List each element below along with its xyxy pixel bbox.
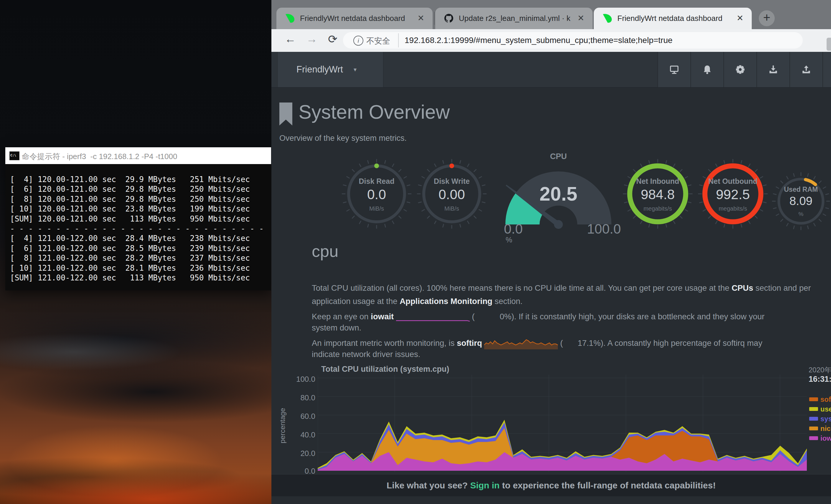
cpu-gauge-value: 20.5 (495, 183, 622, 205)
terminal-line: [SUM] 120.00-121.00 sec 113 MBytes 950 M… (10, 214, 264, 224)
softirq-sparkline (484, 336, 558, 349)
new-tab-button[interactable]: + (759, 10, 775, 26)
print-dashboard-button[interactable] (657, 52, 690, 87)
back-button[interactable]: ← (285, 33, 296, 46)
legend-item-iowait[interactable]: iowait (809, 434, 831, 442)
iowait-label: iowait (371, 312, 394, 321)
tab-separator (434, 12, 435, 25)
y-tick: 20.0 (292, 449, 315, 458)
netdata-page: FriendlyWrt ▾ (271, 52, 831, 504)
settings-button[interactable] (723, 52, 756, 87)
gauge-title: Disk Read (340, 177, 413, 185)
softirq-percent: 17.1% (578, 338, 601, 348)
legend-item-softirq[interactable]: softirq (809, 395, 831, 404)
gauge-units: MiB/s (340, 205, 413, 212)
gauge-disk-write[interactable]: Disk Write 0.00 MiB/s (415, 157, 489, 231)
gear-icon (735, 64, 746, 75)
tab-netdata-2-active[interactable]: FriendlyWrt netdata dashboard ✕ (594, 8, 752, 29)
terminal-window: C:\ 命令提示符 - iperf3 -c 192.168.1.2 -P4 -t… (5, 147, 271, 291)
terminal-line: [ 8] 121.00-122.00 sec 28.2 MBytes 237 M… (10, 253, 264, 263)
tab-close-icon[interactable]: ✕ (418, 13, 424, 23)
cpu-utilization-chart[interactable] (318, 375, 807, 472)
host-dropdown[interactable]: FriendlyWrt ▾ (277, 52, 383, 87)
gauge-cpu[interactable]: CPU 20.5 0.0 % 100.0 (495, 151, 622, 245)
terminal-line: [ 4] 121.00-122.00 sec 28.4 MBytes 238 M… (10, 234, 264, 243)
cpus-link[interactable]: CPUs (732, 284, 753, 293)
gauge-net-inbound[interactable]: Net Inbound 984.8 megabits/s (621, 157, 694, 231)
cpu-gauge-title: CPU (495, 152, 622, 161)
terminal-line: [ 6] 120.00-121.00 sec 29.8 MBytes 250 M… (10, 184, 264, 194)
cpu-gauge-min: 0.0 (504, 221, 523, 237)
gauge-units: MiB/s (415, 205, 489, 212)
cpu-gauge-max: 100.0 (587, 221, 621, 237)
download-icon (768, 64, 778, 75)
chart-date-label: 2020年3 (809, 365, 831, 375)
cpu-gauge-units: % (506, 236, 512, 244)
cpu-paragraph-line: Keep an eye on iowait (0%). If it is con… (312, 310, 831, 323)
cpu-paragraph-line: system down. (312, 323, 831, 332)
browser-window: FriendlyWrt netdata dashboard ✕ Update r… (271, 0, 831, 504)
cmd-icon: C:\ (9, 151, 20, 160)
legend-swatch (809, 436, 818, 440)
y-tick: 60.0 (292, 412, 315, 421)
tab-title: FriendlyWrt netdata dashboard (618, 14, 729, 23)
terminal-line: [ 4] 120.00-121.00 sec 29.9 MBytes 251 M… (10, 175, 264, 184)
gauge-disk-read[interactable]: Disk Read 0.0 MiB/s (340, 157, 413, 231)
tab-strip: FriendlyWrt netdata dashboard ✕ Update r… (271, 0, 831, 29)
legend-item-system[interactable]: system (809, 415, 831, 423)
page-title: System Overview (298, 101, 450, 123)
tab-title: FriendlyWrt netdata dashboard (300, 14, 412, 23)
tab-close-icon[interactable]: ✕ (578, 13, 584, 23)
url-text: 192.168.2.1:19999/#menu_system_submenu_c… (405, 36, 672, 45)
legend-swatch (809, 397, 818, 401)
forward-button[interactable]: → (306, 33, 317, 46)
signin-text: Like what you see? Sign in to experience… (271, 480, 831, 491)
site-info-icon[interactable]: i (353, 36, 363, 46)
legend-item-nice[interactable]: nice (809, 424, 831, 433)
signin-banner: Like what you see? Sign in to experience… (271, 474, 831, 496)
netdata-navbar: FriendlyWrt ▾ (271, 52, 831, 88)
terminal-line: [SUM] 121.00-122.00 sec 113 MBytes 950 M… (10, 273, 264, 283)
iowait-sparkline (396, 310, 470, 323)
terminal-title: 命令提示符 - iperf3 -c 192.168.1.2 -P4 -t1000 (22, 151, 177, 162)
host-name: FriendlyWrt (296, 64, 343, 75)
gauge-value: 984.8 (621, 186, 694, 202)
terminal-line: [ 10] 121.00-122.00 sec 28.1 MBytes 236 … (10, 263, 264, 273)
export-snapshot-button[interactable] (790, 52, 823, 87)
terminal-line: [ 8] 120.00-121.00 sec 29.8 MBytes 250 M… (10, 195, 264, 204)
netdata-favicon-icon (285, 13, 295, 24)
gauge-units: megabits/s (696, 205, 770, 212)
gauge-value: 992.5 (696, 186, 770, 202)
toolbar-edge-button[interactable] (827, 38, 831, 51)
tab-netdata-1[interactable]: FriendlyWrt netdata dashboard ✕ (277, 8, 433, 29)
y-tick: 100.0 (292, 375, 315, 384)
page-subtitle: Overview of the key system metrics. (279, 134, 407, 143)
terminal-line: [ 10] 120.00-121.00 sec 23.8 MBytes 199 … (10, 204, 264, 214)
security-label: 不安全 (366, 36, 390, 46)
cpu-paragraph-line: indicate network driver issues. (312, 350, 831, 359)
section-heading-cpu: cpu (312, 241, 338, 261)
legend-swatch (809, 417, 818, 421)
gauge-net-outbound[interactable]: Net Outbound 992.5 megabits/s (696, 157, 770, 231)
gauge-used-ram[interactable]: Used RAM 8.09 % (770, 170, 831, 232)
cpu-paragraph-line: Total CPU utilization (all cores). 100% … (312, 284, 831, 293)
chevron-down-icon: ▾ (354, 66, 356, 73)
alarms-button[interactable] (690, 52, 723, 87)
iowait-percent: 0% (500, 312, 512, 321)
legend-swatch (809, 426, 818, 431)
gauge-units: % (770, 211, 831, 217)
gauge-value: 0.0 (340, 186, 413, 202)
chart-time-label: 16:31:2 (809, 375, 831, 384)
terminal-line: [ 6] 121.00-122.00 sec 28.5 MBytes 239 M… (10, 244, 264, 253)
tab-close-icon[interactable]: ✕ (737, 13, 743, 23)
tab-github[interactable]: Update r2s_lean_minimal.yml · k ✕ (435, 8, 593, 29)
navbar-partial-button[interactable] (823, 52, 831, 87)
signin-link[interactable]: Sign in (470, 480, 499, 490)
browser-toolbar: ← → ⟳ i 不安全 192.168.2.1:19999/#menu_syst… (271, 29, 831, 52)
legend-item-user[interactable]: user (809, 405, 831, 413)
import-snapshot-button[interactable] (756, 52, 790, 87)
terminal-titlebar[interactable]: C:\ 命令提示符 - iperf3 -c 192.168.1.2 -P4 -t… (5, 147, 271, 165)
y-tick: 40.0 (292, 431, 315, 440)
applications-monitoring-link[interactable]: Applications Monitoring (400, 297, 492, 306)
reload-button[interactable]: ⟳ (328, 33, 337, 46)
